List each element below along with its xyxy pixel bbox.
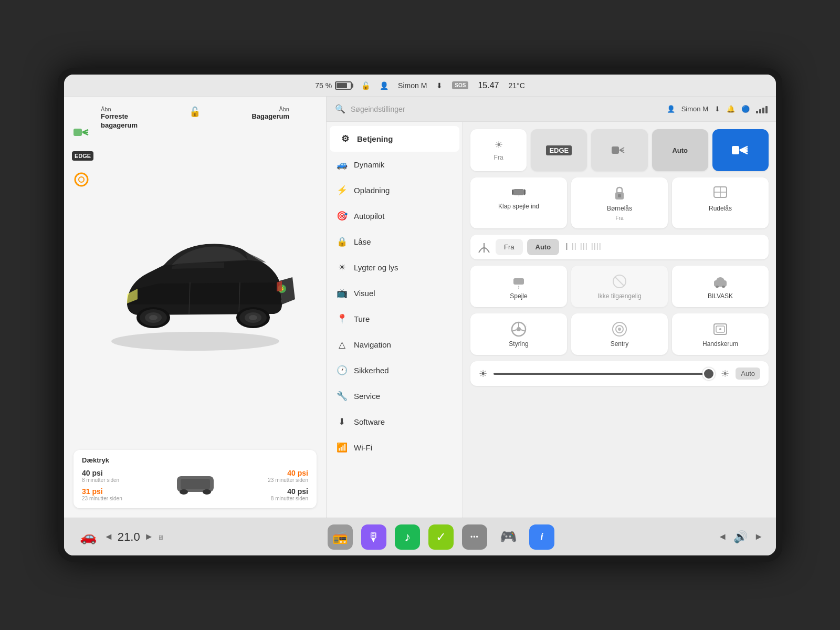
menu-item-lase[interactable]: 🔒 Låse <box>327 229 463 255</box>
navigation-label: Navigation <box>354 340 391 349</box>
signal-bar-2 <box>759 109 761 113</box>
bilvask-label: BILVASK <box>708 292 733 300</box>
spejle-label: Spejle <box>510 292 527 300</box>
status-bar: 75 % 🔓 👤 Simon M ⬇ SOS 15.47 21°C <box>64 75 776 97</box>
window-lock-card[interactable]: Rudelås <box>672 177 769 228</box>
search-icon: 🔍 <box>335 104 345 114</box>
vol-next-btn[interactable]: ► <box>754 531 763 542</box>
light-auto-card[interactable]: Auto <box>652 129 708 171</box>
brightness-slider[interactable] <box>494 373 715 375</box>
svg-point-16 <box>249 315 257 320</box>
temp-prev-btn[interactable]: ◄ <box>104 531 113 542</box>
app-phone[interactable]: ✓ <box>428 524 454 550</box>
autopilot-label: Autopilot <box>354 212 384 220</box>
wiper-fra-btn[interactable]: Fra <box>496 239 523 255</box>
tire-rl-value: 31 psi 23 minutter siden <box>82 487 172 501</box>
svg-line-51 <box>512 330 517 331</box>
sikkerhed-label: Sikkerhed <box>354 366 389 375</box>
sentry-card[interactable]: Sentry <box>571 313 668 355</box>
wiper-level-2[interactable]: II <box>571 242 576 253</box>
tire-rr-value: 40 psi 8 minutter siden <box>218 487 309 501</box>
dynamik-icon: 🚙 <box>336 159 348 170</box>
vol-prev-btn[interactable]: ◄ <box>718 531 727 542</box>
light-edge-card[interactable]: EDGE <box>531 129 587 171</box>
app-info[interactable]: i <box>529 524 554 550</box>
brightness-auto[interactable]: Auto <box>736 368 760 380</box>
svg-text:↕: ↕ <box>526 323 527 328</box>
screen: 75 % 🔓 👤 Simon M ⬇ SOS 15.47 21°C <box>64 75 776 555</box>
menu-item-software[interactable]: ⬇ Software <box>327 409 463 435</box>
temperature-display: 21.0 <box>118 530 140 544</box>
child-lock-label: Børnelås <box>607 205 632 212</box>
opladning-label: Opladning <box>354 186 390 195</box>
rear-trunk-label[interactable]: Åbn Bagagerum <box>251 106 289 130</box>
lock-indicator: 🔓 <box>189 106 201 130</box>
car-tb-icon[interactable]: 🚗 <box>77 526 100 549</box>
glovebox-card[interactable]: Handskerum <box>672 313 769 355</box>
wiper-level-3[interactable]: III <box>580 242 587 253</box>
software-label: Software <box>354 417 385 426</box>
steering-card[interactable]: ↕ Styring <box>470 313 567 355</box>
menu-item-service[interactable]: 🔧 Service <box>327 383 463 409</box>
menu-item-ture[interactable]: 📍 Ture <box>327 306 463 332</box>
dim-light-icon <box>612 144 627 156</box>
app-games[interactable]: 🎮 <box>496 524 521 550</box>
bluetooth-icon[interactable]: 🔵 <box>741 105 750 113</box>
lygter-label: Lygter og lys <box>354 263 398 272</box>
mirror-fold-icon: ↕ <box>510 185 527 200</box>
mirror-fold-card[interactable]: ↕ Klap spejle ind <box>470 177 567 228</box>
front-trunk-label[interactable]: Åbn Forrestebagagerum <box>101 106 138 130</box>
menu-item-navigation[interactable]: △ Navigation <box>327 332 463 358</box>
wiper-level-4[interactable]: IIII <box>591 242 601 253</box>
ture-label: Ture <box>354 314 370 323</box>
search-bar: 🔍 Søgeindstillinger 👤 Simon M ⬇ 🔔 🔵 <box>327 97 776 122</box>
menu-item-visuel[interactable]: 📺 Visuel <box>327 280 463 306</box>
tablet-frame: 75 % 🔓 👤 Simon M ⬇ SOS 15.47 21°C <box>58 68 782 562</box>
fra-label: Fra <box>494 154 503 161</box>
username-status: Simon M <box>398 81 427 90</box>
app-spotify[interactable]: ♪ <box>395 524 420 550</box>
temp-next-btn[interactable]: ► <box>144 531 154 542</box>
app-more[interactable]: ••• <box>462 524 487 550</box>
edge-label: EDGE <box>546 145 572 155</box>
navigation-icon: △ <box>336 339 348 350</box>
child-lock-card[interactable]: Børnelås Fra <box>571 177 668 228</box>
opladning-icon: ⚡ <box>336 185 348 196</box>
light-full-beam-card[interactable] <box>712 129 769 171</box>
sikkerhed-icon: 🕐 <box>336 365 348 376</box>
menu-item-opladning[interactable]: ⚡ Opladning <box>327 177 463 203</box>
light-dim-card[interactable] <box>591 129 647 171</box>
menu-item-betjening[interactable]: ⚙ Betjening <box>330 126 459 152</box>
wiper-level-1[interactable]: I <box>565 242 568 253</box>
svg-rect-45 <box>714 280 727 287</box>
bell-icon[interactable]: 🔔 <box>727 105 735 113</box>
wiper-auto-btn[interactable]: Auto <box>527 239 560 255</box>
software-icon: ⬇ <box>336 416 348 427</box>
light-fra-card[interactable]: ☀ Fra <box>470 129 527 171</box>
svg-point-56 <box>618 328 621 331</box>
app-radio[interactable]: 📻 <box>328 524 353 550</box>
menu-item-wifi[interactable]: 📶 Wi-Fi <box>327 435 463 460</box>
right-panel: 🔍 Søgeindstillinger 👤 Simon M ⬇ 🔔 🔵 <box>327 97 776 518</box>
menu-item-dynamik[interactable]: 🚙 Dynamik <box>327 152 463 177</box>
bilvask-card[interactable]: BILVASK <box>672 266 769 307</box>
autopilot-icon: 🎯 <box>336 211 348 222</box>
menu-item-sikkerhed[interactable]: 🕐 Sikkerhed <box>327 358 463 383</box>
search-input[interactable]: Søgeindstillinger <box>351 105 662 113</box>
svg-point-59 <box>719 328 721 330</box>
left-panel: EDGE Åbn Forrestebagagerum <box>64 97 327 518</box>
window-lock-label: Rudelås <box>709 205 732 212</box>
spejle-icon: ↕ <box>510 273 527 290</box>
svg-point-6 <box>111 332 279 351</box>
glovebox-icon <box>712 321 729 338</box>
menu-item-autopilot[interactable]: 🎯 Autopilot <box>327 203 463 229</box>
tire-pressure-panel: Dæktryk 40 psi 8 minutter siden 31 psi 2… <box>74 450 317 508</box>
wiper-row: Fra Auto I II III IIII <box>470 235 769 259</box>
menu-item-lygter[interactable]: ☀ Lygter og lys <box>327 255 463 280</box>
child-lock-sub: Fra <box>616 215 624 221</box>
svg-line-52 <box>521 330 526 331</box>
svg-text:↕: ↕ <box>518 193 520 197</box>
mirror-fold-label: Klap spejle ind <box>498 203 539 210</box>
app-podcast[interactable]: 🎙 <box>361 524 386 550</box>
spejle-card[interactable]: ↕ Spejle <box>470 266 567 307</box>
